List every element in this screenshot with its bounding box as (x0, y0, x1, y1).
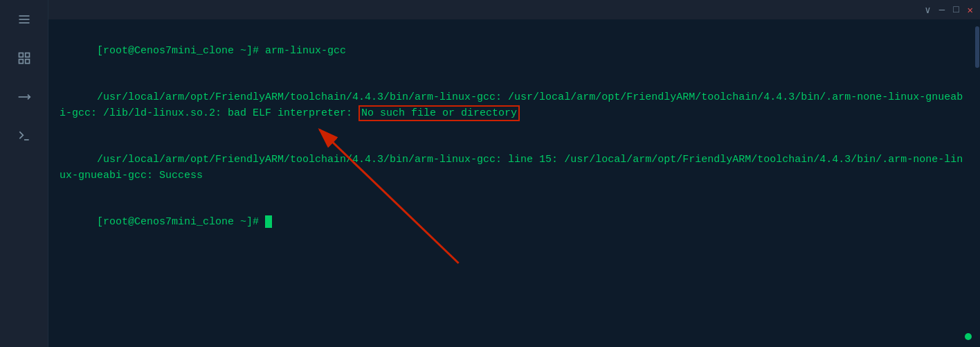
terminal-output: [root@Cenos7mini_clone ~]# arm-linux-gcc… (60, 28, 969, 246)
status-indicator (965, 333, 972, 340)
hamburger-icon[interactable] (12, 7, 37, 32)
terminal-prompt-icon[interactable] (12, 123, 37, 148)
svg-rect-6 (25, 60, 29, 64)
terminal-window: ∨ — □ ✕ [root@Cenos7mini_clone ~]# arm-l… (48, 0, 980, 347)
error-highlight: No such file or directory (359, 105, 520, 121)
final-prompt: [root@Cenos7mini_clone ~]# (97, 216, 265, 228)
error-line2: /usr/local/arm/opt/FriendlyARM/toolchain… (60, 154, 963, 181)
svg-rect-3 (19, 53, 23, 57)
svg-rect-4 (25, 53, 29, 57)
share-icon[interactable] (12, 84, 37, 109)
maximize-button[interactable]: □ (953, 4, 959, 15)
scrollbar-thumb[interactable] (975, 26, 979, 68)
chevron-down-icon[interactable]: ∨ (925, 4, 930, 16)
titlebar: ∨ — □ ✕ (48, 0, 980, 19)
sidebar (0, 0, 48, 347)
scrollbar-track[interactable] (974, 19, 980, 347)
cursor (265, 215, 272, 228)
close-button[interactable]: ✕ (968, 4, 973, 16)
minimize-button[interactable]: — (939, 4, 945, 15)
grid-icon[interactable] (12, 46, 37, 71)
terminal-content[interactable]: [root@Cenos7mini_clone ~]# arm-linux-gcc… (48, 19, 980, 347)
command-line: [root@Cenos7mini_clone ~]# arm-linux-gcc (97, 45, 346, 57)
svg-rect-5 (19, 60, 23, 64)
